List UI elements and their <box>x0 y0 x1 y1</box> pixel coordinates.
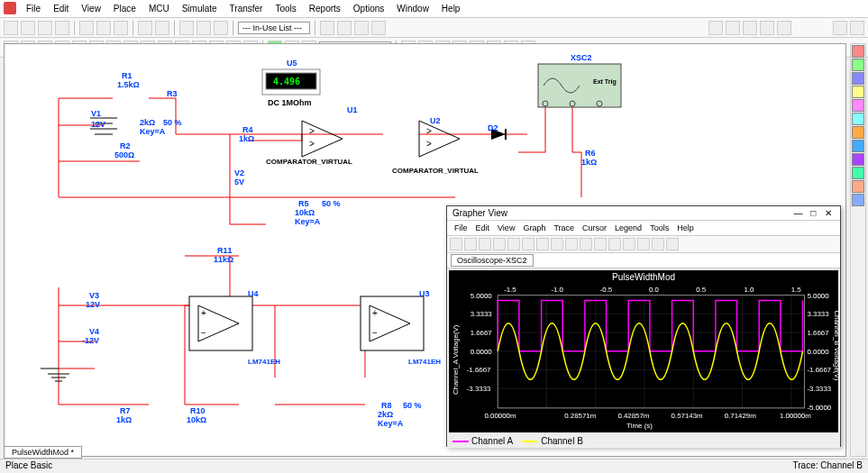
tb-undo-icon[interactable] <box>138 21 152 35</box>
label-r8-val: 2kΩ <box>378 410 393 419</box>
tb-fullscreen-icon[interactable] <box>777 21 791 35</box>
gtb-3-icon[interactable] <box>479 238 491 250</box>
grapher-plot[interactable]: PulseWidthMod 5.0000 3.3333 1.6667 <box>449 270 838 432</box>
gmenu-legend[interactable]: Legend <box>611 223 645 233</box>
main-toolbar-1: --- In-Use List --- <box>0 18 868 38</box>
gmenu-help[interactable]: Help <box>673 223 698 233</box>
pal-item-7[interactable] <box>852 126 864 139</box>
label-r6-val: 1kΩ <box>581 158 597 167</box>
gmenu-tools[interactable]: Tools <box>646 223 672 233</box>
menu-view[interactable]: View <box>76 2 106 15</box>
component-u3[interactable]: + − <box>361 296 424 350</box>
tb-zoomfit-icon[interactable] <box>214 21 228 35</box>
grapher-tab-osc[interactable]: Oscilloscope-XSC2 <box>451 254 534 267</box>
gtb-7-icon[interactable] <box>536 238 549 250</box>
pal-item-10[interactable] <box>852 167 864 179</box>
gtb-13-icon[interactable] <box>623 238 635 250</box>
gtb-4-icon[interactable] <box>493 238 506 250</box>
pal-item-3[interactable] <box>852 72 864 85</box>
tb-comp2-icon[interactable] <box>337 21 352 35</box>
grapher-max-icon[interactable]: □ <box>807 208 819 218</box>
tb-paste-icon[interactable] <box>114 21 128 35</box>
tb-redo-icon[interactable] <box>155 21 169 35</box>
gtb-6-icon[interactable] <box>522 238 535 250</box>
grapher-window[interactable]: Grapher View — □ ✕ File Edit View Graph … <box>446 205 841 447</box>
label-u1-ref: U1 <box>347 105 358 114</box>
tb-comp3-icon[interactable] <box>354 21 369 35</box>
gtb-5-icon[interactable] <box>507 238 520 250</box>
document-tab[interactable]: PulseWidthMod * <box>4 446 82 459</box>
tb-zoom-b-icon[interactable] <box>743 21 757 35</box>
gtb-9-icon[interactable] <box>565 238 578 250</box>
inuse-dropdown[interactable]: --- In-Use List --- <box>238 22 310 34</box>
tb-search-icon[interactable] <box>708 21 723 35</box>
gmenu-graph[interactable]: Graph <box>519 223 549 233</box>
tb-comp4-icon[interactable] <box>371 21 386 35</box>
component-u5[interactable]: 4.496 <box>262 69 320 95</box>
menu-file[interactable]: File <box>21 2 46 15</box>
pal-item-2[interactable] <box>852 59 864 71</box>
pal-item-9[interactable] <box>852 153 864 166</box>
menu-options[interactable]: Options <box>348 2 389 15</box>
menu-simulate[interactable]: Simulate <box>177 2 223 15</box>
component-xsc2[interactable] <box>538 64 621 107</box>
component-u2[interactable]: > > <box>419 121 460 157</box>
tb-copy-icon[interactable] <box>96 21 111 35</box>
pal-item-5[interactable] <box>852 99 864 112</box>
gmenu-edit[interactable]: Edit <box>472 223 494 233</box>
menu-transfer[interactable]: Transfer <box>224 2 269 15</box>
menu-tools[interactable]: Tools <box>270 2 301 15</box>
gtb-8-icon[interactable] <box>551 238 563 250</box>
tb-new-icon[interactable] <box>4 21 18 35</box>
tb-cut-icon[interactable] <box>79 21 94 35</box>
pal-item-6[interactable] <box>852 113 864 125</box>
svg-text:Channel_B Voltage(V): Channel_B Voltage(V) <box>833 310 838 380</box>
grapher-close-icon[interactable]: ✕ <box>822 208 835 218</box>
gmenu-view[interactable]: View <box>494 223 518 233</box>
tb-zoomin-icon[interactable] <box>179 21 194 35</box>
gtb-15-icon[interactable] <box>652 238 664 250</box>
gtb-12-icon[interactable] <box>608 238 621 250</box>
gtb-2-icon[interactable] <box>464 238 477 250</box>
menu-window[interactable]: Window <box>391 2 434 15</box>
grapher-title-text: Grapher View <box>452 208 507 218</box>
tb-print-icon[interactable] <box>55 21 69 35</box>
pal-item-8[interactable] <box>852 140 864 152</box>
tb-zoom-a-icon[interactable] <box>726 21 740 35</box>
svg-text:0.57143m: 0.57143m <box>672 412 703 420</box>
grapher-titlebar[interactable]: Grapher View — □ ✕ <box>447 206 840 221</box>
pal-item-11[interactable] <box>852 180 864 193</box>
menu-help[interactable]: Help <box>436 2 466 15</box>
menu-place[interactable]: Place <box>108 2 142 15</box>
pal-item-4[interactable] <box>852 86 864 98</box>
menu-reports[interactable]: Reports <box>304 2 346 15</box>
svg-text:1.5: 1.5 <box>791 286 802 294</box>
label-u3-type: LM741EH <box>408 358 441 366</box>
gtb-10-icon[interactable] <box>580 238 592 250</box>
gmenu-file[interactable]: File <box>451 223 471 233</box>
gtb-16-icon[interactable] <box>666 238 679 250</box>
svg-text:-5.0000: -5.0000 <box>807 404 831 412</box>
tb-open-icon[interactable] <box>21 21 35 35</box>
menu-edit[interactable]: Edit <box>48 2 74 15</box>
tb-save-icon[interactable] <box>38 21 52 35</box>
pal-item-12[interactable] <box>852 194 864 206</box>
pal-item-1[interactable] <box>852 45 864 58</box>
component-u4[interactable]: + − <box>189 296 252 350</box>
tb-list-icon[interactable] <box>850 21 864 35</box>
menu-mcu[interactable]: MCU <box>143 2 175 15</box>
component-u1[interactable]: > > <box>302 121 343 157</box>
tb-grid-icon[interactable] <box>833 21 847 35</box>
tb-comp1-icon[interactable] <box>320 21 334 35</box>
label-r10-val: 10kΩ <box>187 415 206 424</box>
gtb-14-icon[interactable] <box>637 238 650 250</box>
tb-zoom-c-icon[interactable] <box>760 21 774 35</box>
gtb-11-icon[interactable] <box>594 238 607 250</box>
tb-zoomout-icon[interactable] <box>196 21 211 35</box>
gmenu-cursor[interactable]: Cursor <box>579 223 610 233</box>
label-r5-ref: R5 <box>298 199 309 208</box>
gtb-1-icon[interactable] <box>450 238 462 250</box>
label-r2-ref: R2 <box>120 141 131 150</box>
gmenu-trace[interactable]: Trace <box>550 223 578 233</box>
grapher-min-icon[interactable]: — <box>791 208 804 218</box>
